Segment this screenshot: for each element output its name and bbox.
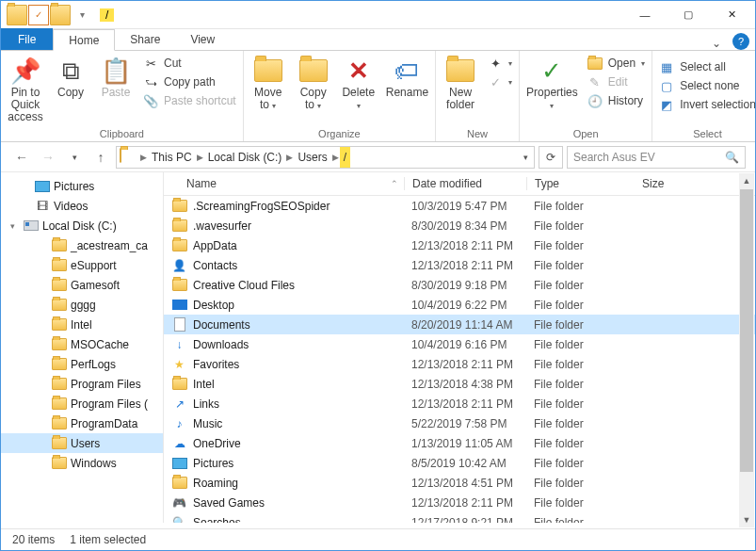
delete-button[interactable]: ✕Delete▾ [337, 53, 380, 115]
back-button[interactable]: ← [10, 146, 33, 169]
scroll-up-icon[interactable]: ▲ [739, 173, 754, 188]
search-input[interactable]: Search Asus EV 🔍 [567, 146, 746, 169]
search-icon[interactable]: 🔍 [725, 151, 739, 164]
help-icon[interactable]: ? [732, 33, 749, 50]
tree-item[interactable]: Gamesoft [1, 275, 163, 295]
file-row[interactable]: Documents8/20/2019 11:14 AMFile folder [164, 315, 755, 334]
scroll-thumb[interactable] [740, 189, 753, 472]
file-row[interactable]: ♪Music5/22/2019 7:58 PMFile folder [164, 413, 755, 433]
tree-item[interactable]: gggg [1, 295, 163, 315]
row-icon: ☁ [171, 435, 187, 451]
copy-button[interactable]: ⧉Copy [49, 53, 92, 102]
file-row[interactable]: .ScreamingFrogSEOSpider10/3/2019 5:47 PM… [164, 196, 755, 216]
open-button[interactable]: Open ▾ [586, 55, 647, 72]
file-row[interactable]: 👤Contacts12/13/2018 2:11 PMFile folder [164, 255, 755, 275]
row-type: File folder [526, 437, 635, 450]
column-name[interactable]: Name⌃ [164, 177, 404, 190]
up-button[interactable]: ↑ [89, 146, 112, 169]
select-all-button[interactable]: ▦Select all [657, 58, 756, 75]
tree-item[interactable]: Windows [1, 453, 163, 473]
chevron-right-icon[interactable]: ▶ [139, 153, 148, 162]
move-to-button[interactable]: Move to ▾ [247, 53, 290, 115]
tree-item[interactable]: ▾Local Disk (C:) [1, 216, 163, 235]
tree-item[interactable]: Program Files [1, 374, 163, 394]
tree-item[interactable]: 🎞Videos [1, 196, 163, 216]
row-date: 5/22/2019 7:58 PM [404, 417, 526, 430]
column-type[interactable]: Type [526, 177, 635, 190]
file-row[interactable]: Creative Cloud Files8/30/2019 9:18 PMFil… [164, 275, 755, 295]
tree-item[interactable]: Pictures [1, 176, 163, 196]
chevron-right-icon[interactable]: ▶ [285, 153, 294, 162]
file-row[interactable]: ★Favorites12/13/2018 2:11 PMFile folder [164, 354, 755, 374]
breadcrumb-current[interactable]: / [340, 147, 350, 168]
tree-item-label: ProgramData [71, 417, 137, 430]
invert-selection-button[interactable]: ◩Invert selection [657, 96, 756, 113]
chevron-right-icon[interactable]: ▶ [196, 153, 204, 162]
address-dropdown-icon[interactable]: ▾ [523, 153, 528, 162]
address-bar[interactable]: ▶ This PC ▶ Local Disk (C:) ▶ Users ▶ / … [116, 146, 535, 169]
tree-item[interactable]: eSupport [1, 255, 163, 275]
tree-item[interactable]: PerfLogs [1, 354, 163, 374]
minimize-button[interactable]: — [623, 1, 667, 29]
tree-item[interactable]: Users [1, 433, 163, 453]
refresh-button[interactable]: ⟳ [539, 146, 563, 169]
row-icon [171, 198, 187, 214]
tab-home[interactable]: Home [53, 29, 115, 51]
easy-access-button[interactable]: ✓▾ [486, 73, 514, 90]
select-none-button[interactable]: ▢Select none [657, 77, 756, 94]
file-row[interactable]: AppData12/13/2018 2:11 PMFile folder [164, 235, 755, 255]
qat-properties-icon[interactable]: ✓ [28, 5, 49, 25]
file-row[interactable]: Desktop10/4/2019 6:22 PMFile folder [164, 295, 755, 315]
paste-shortcut-button[interactable]: 📎Paste shortcut [141, 92, 238, 109]
cut-button[interactable]: ✂Cut [141, 55, 238, 72]
file-row[interactable]: Roaming12/13/2018 4:51 PMFile folder [164, 473, 755, 493]
tree-item-icon: 🎞 [35, 199, 50, 214]
new-folder-button[interactable]: New folder [439, 53, 482, 114]
qat-newfolder-icon[interactable] [50, 5, 71, 25]
tree-item[interactable]: _acestream_ca [1, 235, 163, 255]
new-item-button[interactable]: ✦▾ [486, 55, 514, 72]
history-button[interactable]: 🕘History [586, 92, 647, 109]
tree-item-icon [52, 337, 67, 352]
copy-path-button[interactable]: ⮑Copy path [141, 73, 238, 90]
file-row[interactable]: Intel12/13/2018 4:38 PMFile folder [164, 374, 755, 394]
file-row[interactable]: Pictures8/5/2019 10:42 AMFile folder [164, 453, 755, 473]
tree-item[interactable]: MSOCache [1, 334, 163, 354]
chevron-right-icon[interactable]: ▶ [331, 153, 340, 162]
ribbon-collapse-icon[interactable]: ⌄ [706, 37, 727, 50]
forward-button[interactable]: → [37, 146, 59, 169]
column-date[interactable]: Date modified [404, 177, 526, 190]
breadcrumb-localdisk[interactable]: Local Disk (C:) [204, 147, 286, 168]
column-size[interactable]: Size [635, 177, 755, 190]
row-icon: ★ [171, 356, 187, 372]
tree-item[interactable]: Intel [1, 315, 163, 334]
file-row[interactable]: ↓Downloads10/4/2019 6:16 PMFile folder [164, 334, 755, 354]
recent-locations-button[interactable]: ▾ [63, 146, 86, 169]
file-row[interactable]: 🎮Saved Games12/13/2018 2:11 PMFile folde… [164, 493, 755, 512]
tree-item[interactable]: ProgramData [1, 413, 163, 433]
maximize-button[interactable]: ▢ [667, 1, 710, 29]
breadcrumb-thispc[interactable]: This PC [148, 147, 196, 168]
file-row[interactable]: ↗Links12/13/2018 2:11 PMFile folder [164, 394, 755, 413]
qat-customize-icon[interactable]: ▾ [72, 5, 92, 25]
file-row[interactable]: ☁OneDrive1/13/2019 11:05 AMFile folder [164, 433, 755, 453]
tab-share[interactable]: Share [115, 28, 175, 50]
open-icon [587, 56, 603, 71]
properties-button[interactable]: ✓Properties▾ [523, 53, 582, 115]
tab-file[interactable]: File [1, 28, 53, 50]
rename-button[interactable]: 🏷Rename [382, 53, 432, 102]
breadcrumb-users[interactable]: Users [294, 147, 330, 168]
vertical-scrollbar[interactable]: ▲ ▼ [739, 173, 754, 527]
paste-button[interactable]: 📋Paste [94, 53, 137, 102]
file-row[interactable]: .wavesurfer8/30/2019 8:34 PMFile folder [164, 216, 755, 235]
pin-to-quick-access-button[interactable]: 📌Pin to Quick access [4, 53, 47, 126]
tree-twisty-icon[interactable]: ▾ [10, 221, 20, 231]
tree-item[interactable]: Program Files ( [1, 394, 163, 413]
close-button[interactable]: ✕ [710, 1, 753, 29]
edit-button[interactable]: ✎Edit [586, 73, 647, 90]
row-date: 10/4/2019 6:16 PM [404, 338, 526, 351]
file-row[interactable]: 🔍Searches12/17/2018 9:21 PMFile folder [164, 512, 755, 523]
tab-view[interactable]: View [175, 28, 230, 50]
copy-to-button[interactable]: Copy to ▾ [292, 53, 335, 115]
scroll-down-icon[interactable]: ▼ [739, 512, 754, 527]
